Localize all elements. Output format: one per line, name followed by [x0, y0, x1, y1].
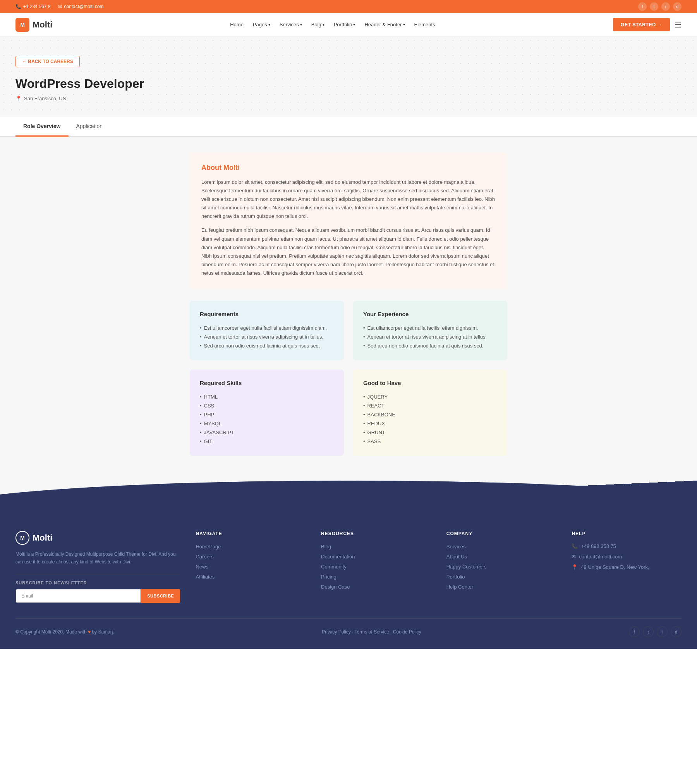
- footer-logo-icon: M: [15, 531, 29, 545]
- separator-2: ·: [390, 629, 393, 635]
- email-icon: ✉: [58, 4, 62, 9]
- footer-social-icons: f t i d: [629, 627, 682, 637]
- footer-resources: RESOURCES Blog Documentation Community P…: [321, 531, 431, 603]
- req-item-3: Sed arcu non odio euismod lacinia at qui…: [200, 341, 334, 350]
- resources-heading: RESOURCES: [321, 531, 431, 536]
- nav-home[interactable]: Home: [230, 22, 244, 27]
- footer-facebook-icon[interactable]: f: [629, 627, 640, 637]
- about-heading-brand: Molti: [223, 164, 240, 171]
- tab-role-overview[interactable]: Role Overview: [15, 117, 69, 137]
- navigate-list: HomePage Careers News Affiliates: [196, 543, 306, 580]
- gth-grunt: GRUNT: [363, 428, 497, 437]
- hamburger-icon[interactable]: ☰: [675, 20, 682, 29]
- footer-twitter-icon[interactable]: t: [643, 627, 654, 637]
- footer-description: Molti is a Professionally Designed Multi…: [15, 550, 180, 566]
- job-title: WordPress Developer: [15, 77, 682, 91]
- nav-right: GET STARTED → ☰: [613, 18, 682, 31]
- co-happy-customers: Happy Customers: [446, 563, 556, 570]
- footer-bottom: © Copyright Molti 2020. Made with ♥ by S…: [15, 618, 682, 637]
- nav-services[interactable]: Services ▾: [280, 22, 302, 27]
- back-to-careers-button[interactable]: ← BACK TO CAREERS: [15, 56, 80, 67]
- navigate-heading: NAVIGATE: [196, 531, 306, 536]
- footer-dribbble-icon[interactable]: d: [671, 627, 682, 637]
- nav-blog[interactable]: Blog ▾: [311, 22, 324, 27]
- good-to-have-card: Good to Have JQUERY REACT BACKBONE REDUX…: [353, 370, 507, 456]
- skill-php: PHP: [200, 410, 334, 419]
- nav-header-footer[interactable]: Header & Footer ▾: [364, 22, 405, 27]
- dribbble-icon[interactable]: d: [673, 2, 682, 11]
- gth-jquery: JQUERY: [363, 392, 497, 401]
- chevron-pages: ▾: [268, 22, 270, 27]
- job-location: 📍 San Fransisco, US: [15, 96, 682, 101]
- footer-brand: M Molti Molti is a Professionally Design…: [15, 531, 180, 603]
- experience-card: Your Experience Est ullamcorper eget nul…: [353, 301, 507, 360]
- cookie-link[interactable]: Cookie Policy: [393, 629, 421, 635]
- co-services: Services: [446, 543, 556, 549]
- hero-section: ← BACK TO CAREERS WordPress Developer 📍 …: [0, 36, 697, 117]
- skill-html: HTML: [200, 392, 334, 401]
- footer-divider: [15, 574, 180, 574]
- requirements-list: Est ullamcorper eget nulla facilisi etia…: [200, 324, 334, 350]
- help-phone: 📞 +49 892 358 75: [572, 543, 682, 549]
- footer-instagram-icon[interactable]: i: [657, 627, 668, 637]
- nav-logo[interactable]: M Molti: [15, 18, 52, 32]
- navigation: M Molti Home Pages ▾ Services ▾ Blog ▾ P…: [0, 13, 697, 36]
- exp-item-1: Est ullamcorper eget nulla facilisi etia…: [363, 324, 497, 332]
- footer-legal-links: Privacy Policy · Terms of Service · Cook…: [322, 629, 421, 635]
- skills-title: Required Skills: [200, 380, 334, 386]
- help-address-icon: 📍: [572, 564, 578, 570]
- subscribe-form: SUBSCRIBE: [15, 589, 180, 603]
- footer-help: HELP 📞 +49 892 358 75 ✉ contact@molti.co…: [572, 531, 682, 603]
- res-community: Community: [321, 563, 431, 570]
- about-heading: About Molti: [201, 164, 496, 172]
- about-para-1: Lorem ipsum dolor sit amet, consectetur …: [201, 178, 496, 221]
- tab-application[interactable]: Application: [69, 117, 111, 137]
- tabs-bar: Role Overview Application: [0, 117, 697, 137]
- help-address-text: 49 Uniqe Square D, New York,: [581, 564, 649, 570]
- nav-elements[interactable]: Elements: [414, 22, 435, 27]
- subscribe-label: SUBSCRIBE TO NEWSLETTER: [15, 580, 180, 585]
- logo-text: Molti: [33, 20, 52, 30]
- experience-title: Your Experience: [363, 311, 497, 317]
- footer-logo: M Molti: [15, 531, 180, 545]
- nav-careers: Careers: [196, 553, 306, 560]
- top-bar-left: 📞 +1 234 567 8 ✉ contact@molti.com: [15, 4, 104, 9]
- req-item-1: Est ullamcorper eget nulla facilisi etia…: [200, 324, 334, 332]
- nav-pages[interactable]: Pages ▾: [253, 22, 270, 27]
- chevron-services: ▾: [300, 22, 302, 27]
- instagram-icon[interactable]: i: [661, 2, 670, 11]
- gth-redux: REDUX: [363, 419, 497, 428]
- company-list: Services About Us Happy Customers Portfo…: [446, 543, 556, 590]
- nav-affiliates: Affiliates: [196, 573, 306, 580]
- skills-list: HTML CSS PHP MYSQL JAVASCRIPT GIT: [200, 392, 334, 446]
- twitter-icon[interactable]: t: [650, 2, 658, 11]
- about-para-2: Eu feugiat pretium nibh ipsum consequat.…: [201, 226, 496, 277]
- about-heading-plain: About: [201, 164, 223, 171]
- subscribe-button[interactable]: SUBSCRIBE: [141, 589, 180, 603]
- facebook-icon[interactable]: f: [638, 2, 647, 11]
- gth-sass: SASS: [363, 437, 497, 446]
- exp-item-2: Aenean et tortor at risus viverra adipis…: [363, 332, 497, 341]
- author-link[interactable]: Samarj.: [98, 629, 114, 635]
- chevron-portfolio: ▾: [353, 22, 355, 27]
- subscribe-email-input[interactable]: [15, 589, 141, 603]
- co-portfolio: Portfolio: [446, 573, 556, 580]
- help-phone-icon: 📞: [572, 543, 578, 549]
- top-bar-socials: f t i d: [638, 2, 682, 11]
- co-help-center: Help Center: [446, 584, 556, 590]
- nav-portfolio[interactable]: Portfolio ▾: [334, 22, 355, 27]
- footer-wave: [0, 481, 697, 512]
- skill-js: JAVASCRIPT: [200, 428, 334, 437]
- get-started-button[interactable]: GET STARTED →: [613, 18, 670, 31]
- help-address: 📍 49 Uniqe Square D, New York,: [572, 564, 682, 570]
- help-email-text: contact@molti.com: [579, 554, 622, 560]
- help-phone-number: +49 892 358 75: [581, 543, 616, 549]
- phone-info: 📞 +1 234 567 8: [15, 4, 50, 9]
- help-email: ✉ contact@molti.com: [572, 554, 682, 560]
- top-bar: 📞 +1 234 567 8 ✉ contact@molti.com f t i…: [0, 0, 697, 13]
- privacy-policy-link[interactable]: Privacy Policy: [322, 629, 351, 635]
- copyright-label: © Copyright Molti 2020. Made with: [15, 629, 87, 635]
- help-heading: HELP: [572, 531, 682, 536]
- res-design-case: Design Case: [321, 584, 431, 590]
- terms-link[interactable]: Terms of Service: [355, 629, 389, 635]
